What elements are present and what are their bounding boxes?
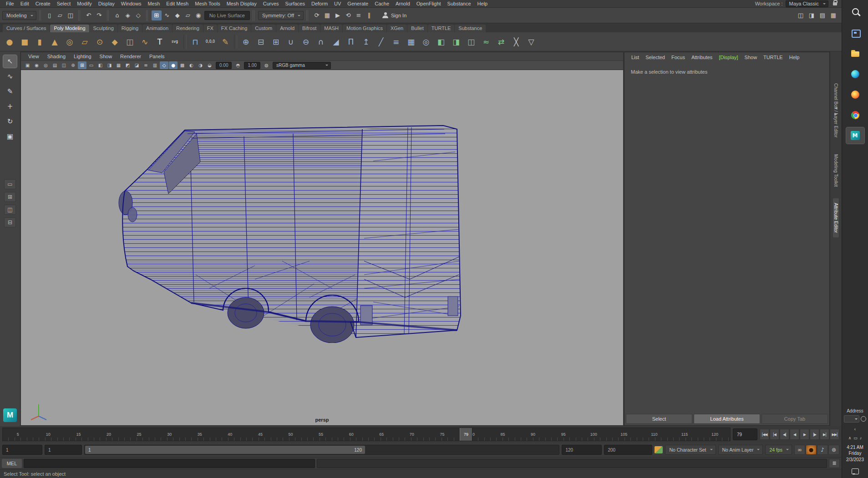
layout-persp-outliner[interactable]: ◫ xyxy=(4,205,16,215)
volume-tray-icon[interactable]: ♪ xyxy=(860,436,862,440)
maya-taskbar-button[interactable] xyxy=(846,127,864,144)
group-handle[interactable] xyxy=(39,10,42,21)
menu-item[interactable]: Substance xyxy=(444,0,474,7)
target-weld-icon[interactable]: ◎ xyxy=(419,35,433,49)
render-frame-icon[interactable]: ▶ xyxy=(333,10,343,20)
attribute-editor-menu-item[interactable]: Focus xyxy=(669,55,688,60)
select-button[interactable]: Select xyxy=(626,414,692,424)
image-plane-icon[interactable]: ◫ xyxy=(60,61,68,69)
poly-cylinder-icon[interactable]: ▮ xyxy=(32,35,47,49)
step-forward-key-button[interactable]: |▶ xyxy=(810,429,819,440)
poly-sphere-icon[interactable]: ● xyxy=(2,35,17,49)
menu-item[interactable]: Surfaces xyxy=(282,0,308,7)
field-chart-icon[interactable]: ▦ xyxy=(114,61,123,69)
lock-icon[interactable] xyxy=(833,2,837,5)
poly-torus-icon[interactable]: ◎ xyxy=(62,35,77,49)
step-forward-frame-button[interactable]: ▶| xyxy=(820,429,829,440)
symmetry-selector[interactable]: Symmetry: Off xyxy=(258,11,304,20)
menu-set-selector[interactable]: Modeling xyxy=(2,11,36,20)
boolean-intersection-icon[interactable]: ∩ xyxy=(314,35,328,49)
move-tool[interactable]: + xyxy=(3,100,17,113)
hud-icon[interactable]: ≡ xyxy=(142,61,150,69)
extrude-icon[interactable]: ↥ xyxy=(359,35,373,49)
task-view-button[interactable] xyxy=(846,25,864,41)
scroll-left-icon[interactable]: ◀ xyxy=(834,106,837,110)
make-live-shelf-icon[interactable]: ⊓ xyxy=(188,35,203,49)
rotate-tool[interactable]: ↻ xyxy=(3,115,17,128)
type-tool-icon[interactable]: T xyxy=(152,35,167,49)
undo-icon[interactable]: ↶ xyxy=(84,10,94,20)
exposure-field[interactable]: 0.00 xyxy=(216,62,232,69)
average-vertices-icon[interactable]: ≈ xyxy=(479,35,493,49)
ipr-render-icon[interactable]: ⟲ xyxy=(343,10,353,20)
play-forward-button[interactable]: ▶ xyxy=(800,429,809,440)
connect-icon[interactable]: ≡ xyxy=(389,35,403,49)
select-object-icon[interactable]: ◈ xyxy=(123,10,133,20)
lock-camera-icon[interactable]: ◉ xyxy=(32,61,41,69)
collapse-chevron-icon[interactable]: ‹ xyxy=(854,427,856,432)
animation-preferences-icon[interactable]: ⊛ xyxy=(828,445,839,455)
shelf-tab[interactable]: MASH xyxy=(320,25,342,32)
current-frame-field[interactable]: 79 xyxy=(733,428,757,440)
range-slider-bar[interactable]: 1 120 xyxy=(85,446,365,454)
chrome-button[interactable] xyxy=(846,107,864,123)
playback-start-field[interactable]: 1 xyxy=(45,445,82,455)
menu-item[interactable]: Cache xyxy=(371,0,392,7)
tab-modeling-toolkit[interactable]: Modeling Toolkit xyxy=(833,150,839,191)
shelf-separator[interactable] xyxy=(234,35,237,49)
menu-item[interactable]: Mesh Display xyxy=(223,0,260,7)
attribute-editor-menu-item[interactable]: [Display] xyxy=(716,55,741,60)
attribute-editor-menu-item[interactable]: TURTLE xyxy=(761,55,786,60)
van-wireframe-model[interactable] xyxy=(118,125,467,343)
redo-icon[interactable]: ↷ xyxy=(94,10,104,20)
quad-draw-icon[interactable]: ▦ xyxy=(404,35,418,49)
shelf-tab[interactable]: Sculpting xyxy=(90,25,117,32)
menu-item[interactable]: Curves xyxy=(260,0,282,7)
toggle-tool-settings-icon[interactable]: ▤ xyxy=(817,10,827,20)
new-scene-icon[interactable]: ▯ xyxy=(45,10,55,20)
color-management-icon[interactable]: ◍ xyxy=(262,61,271,69)
poly-disc-icon[interactable]: ⊙ xyxy=(92,35,107,49)
sound-icon[interactable]: ♪ xyxy=(817,445,828,455)
separate-icon[interactable]: ⊟ xyxy=(254,35,268,49)
bevel-icon[interactable]: ◢ xyxy=(329,35,343,49)
shelf-tab[interactable]: Custom xyxy=(251,25,276,32)
scale-tool[interactable]: ▣ xyxy=(3,130,17,143)
wireframe-display-icon[interactable]: ◇ xyxy=(160,61,168,69)
menu-item[interactable]: Arnold xyxy=(392,0,413,7)
pause-icon[interactable]: ‖ xyxy=(364,10,374,20)
sculpt-tool-icon[interactable]: ✎ xyxy=(218,35,233,49)
attribute-editor-menu-item[interactable]: Attributes xyxy=(689,55,715,60)
crease-tool-icon[interactable]: ╳ xyxy=(509,35,523,49)
grid-icon[interactable]: ⊞ xyxy=(78,61,86,69)
menu-item[interactable]: Edit Mesh xyxy=(163,0,192,7)
gamma-icon[interactable]: ◓ xyxy=(233,61,242,69)
toggle-channel-box-icon[interactable]: ▦ xyxy=(828,10,838,20)
menu-item[interactable]: Display xyxy=(95,0,118,7)
poly-plane-icon[interactable]: ▱ xyxy=(77,35,92,49)
animation-end-field[interactable]: 200 xyxy=(604,445,652,455)
shelf-tab[interactable]: Curves / Surfaces xyxy=(3,25,50,32)
layout-stacked[interactable]: ⊟ xyxy=(4,217,16,227)
anim-layer-selector[interactable]: No Anim Layer xyxy=(718,445,763,455)
viewport-3d[interactable]: persp xyxy=(21,70,623,425)
panel-menu-item[interactable]: Renderer xyxy=(117,54,145,59)
svg-tool-icon[interactable]: svg xyxy=(168,35,182,49)
shelf-tab[interactable]: TURTLE xyxy=(428,25,455,32)
taskbar-clock[interactable]: 4:21 AM Friday 2/3/2023 xyxy=(846,444,864,463)
command-result-field[interactable] xyxy=(317,459,827,468)
menu-item[interactable]: Edit xyxy=(17,0,32,7)
hidden-icons-chevron[interactable]: ∧ xyxy=(848,436,852,440)
toggle-attribute-editor-icon[interactable]: ◨ xyxy=(807,10,817,20)
camera-attributes-icon[interactable]: ◎ xyxy=(41,61,50,69)
save-scene-icon[interactable]: ◫ xyxy=(66,10,76,20)
attribute-editor-menu-item[interactable]: Selected xyxy=(643,55,668,60)
shelf-tab[interactable]: Arnold xyxy=(276,25,298,32)
snap-point-icon[interactable]: ◆ xyxy=(173,10,183,20)
shadows-icon[interactable]: ◑ xyxy=(196,61,205,69)
shelf-tab[interactable]: FX Caching xyxy=(218,25,251,32)
mirror-icon[interactable]: ◧ xyxy=(434,35,448,49)
script-editor-icon[interactable]: ≣ xyxy=(829,459,840,468)
menu-item[interactable]: OpenFlight xyxy=(413,0,444,7)
boolean-union-icon[interactable]: ∪ xyxy=(284,35,298,49)
